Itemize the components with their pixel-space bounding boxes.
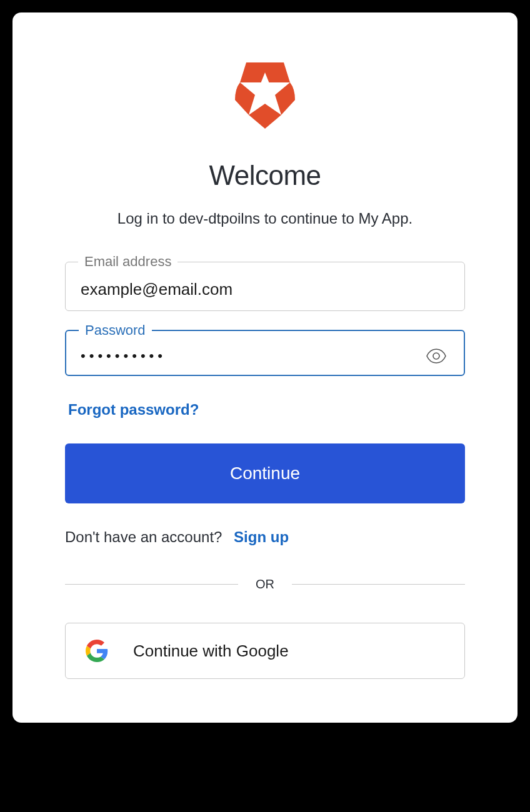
divider: OR bbox=[65, 577, 465, 592]
continue-with-google-button[interactable]: Continue with Google bbox=[65, 623, 465, 679]
divider-line-left bbox=[65, 584, 238, 585]
auth0-logo bbox=[235, 62, 295, 129]
continue-button[interactable]: Continue bbox=[65, 443, 465, 503]
password-field-wrapper: Password bbox=[65, 330, 465, 376]
page-subtitle: Log in to dev-dtpoilns to continue to My… bbox=[118, 210, 412, 227]
eye-icon bbox=[426, 349, 447, 364]
toggle-password-visibility-button[interactable] bbox=[423, 349, 449, 364]
divider-line-right bbox=[292, 584, 465, 585]
email-label: Email address bbox=[78, 254, 178, 270]
signup-prompt: Don't have an account? bbox=[65, 528, 222, 545]
login-card: Welcome Log in to dev-dtpoilns to contin… bbox=[12, 12, 518, 723]
google-button-label: Continue with Google bbox=[133, 641, 289, 661]
email-field-wrapper: Email address bbox=[65, 262, 465, 311]
google-icon bbox=[86, 640, 108, 662]
email-input[interactable] bbox=[81, 280, 449, 299]
divider-label: OR bbox=[238, 577, 292, 592]
login-form: Email address Password Forgot password? … bbox=[65, 262, 465, 679]
svg-point-0 bbox=[433, 353, 439, 359]
password-input[interactable] bbox=[81, 348, 423, 364]
shield-star-icon bbox=[235, 62, 295, 129]
signup-link[interactable]: Sign up bbox=[234, 528, 289, 545]
forgot-password-link[interactable]: Forgot password? bbox=[68, 401, 199, 418]
page-title: Welcome bbox=[209, 160, 321, 191]
signup-row: Don't have an account? Sign up bbox=[65, 528, 289, 546]
password-label: Password bbox=[79, 322, 152, 339]
